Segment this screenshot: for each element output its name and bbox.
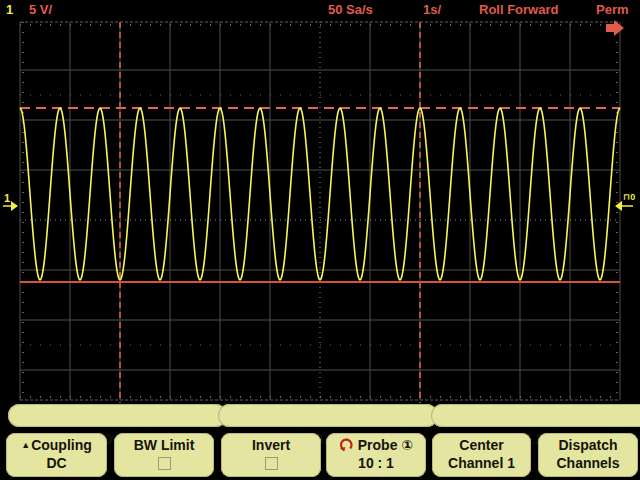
invert-label: Invert [221,437,321,454]
coupling-label: Coupling [31,437,92,453]
softkey-center-channel[interactable]: Center Channel 1 [432,433,531,477]
dispatch-label-line1: Dispatch [538,437,638,454]
softkey-invert[interactable]: Invert [221,433,321,477]
channel1-ground-marker-arrow [11,201,18,211]
sample-rate-readout: 50 Sa/s [328,2,373,17]
inv-delta-x-readout: 1/ΔX = 166.75 mHz [218,404,438,427]
center-label-line1: Center [432,437,531,454]
coupling-value: DC [6,454,107,472]
channel1-ground-marker: 1 [4,192,10,204]
center-label-line2: Channel 1 [432,454,531,472]
right-edge-marker-label: ⊓0 [623,192,635,202]
delta-x-readout: ΔX = 6.00 s [8,404,227,427]
volts-per-div-readout: 5 V/ [29,2,52,17]
delta-y-readout: ΔY ① = 17.20 V [431,404,640,427]
cycle-up-icon: ▲ [21,440,30,450]
channel-number: 1 [6,2,13,17]
softkey-probe[interactable]: Probe ① 10 : 1 [326,433,426,477]
timebase-readout: 1s/ [423,2,441,17]
roll-direction-arrow [606,20,624,36]
bw-limit-label: BW Limit [114,437,214,454]
softkey-coupling[interactable]: ▲Coupling DC [6,433,107,477]
knob-rotate-icon [339,437,354,452]
bw-limit-checkbox [158,457,171,470]
waveform-trace [20,108,620,280]
invert-checkbox [265,457,278,470]
oscilloscope-screen: 1⊓0 1 5 V/ 50 Sa/s 1s/ Roll Forward Perm… [0,0,640,480]
softkey-dispatch-channels[interactable]: Dispatch Channels [538,433,638,477]
probe-label: Probe ① [358,437,413,453]
dispatch-label-line2: Channels [538,454,638,472]
softkey-bw-limit[interactable]: BW Limit [114,433,214,477]
probe-value: 10 : 1 [326,454,426,472]
acquisition-mode: Roll Forward [479,2,558,17]
persistence-mode: Perm [596,2,629,17]
